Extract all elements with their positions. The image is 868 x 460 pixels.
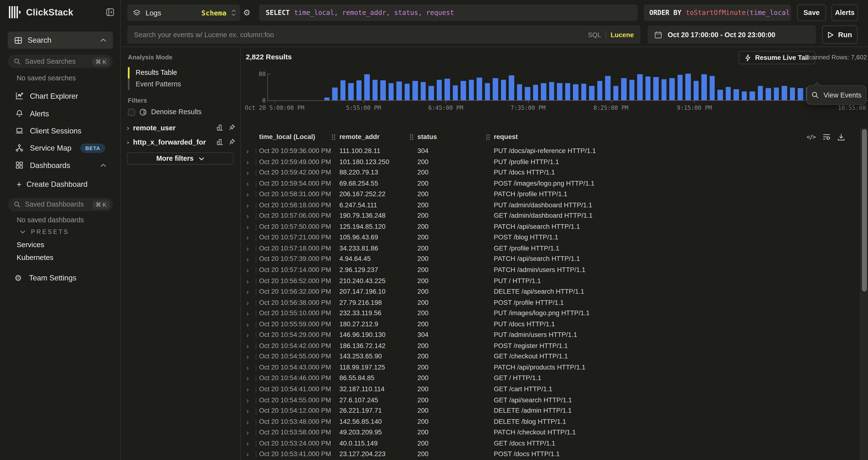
table-row[interactable]: ›Oct 20 10:57:39.000 PM4.94.64.45200PATC… [241,254,868,265]
column-header-request[interactable]: request [486,128,518,146]
denoise-results-option[interactable]: Denoise Results [128,108,201,116]
row-expand-chevron-icon[interactable]: › [246,330,249,341]
column-header-time-local[interactable]: time_local (Local) [259,128,315,146]
table-row[interactable]: ›Oct 20 10:56:38.000 PM27.79.216.198200P… [241,297,868,308]
row-expand-chevron-icon[interactable]: › [246,362,249,373]
chart-bar[interactable] [509,75,514,100]
row-expand-chevron-icon[interactable]: › [246,254,249,265]
denoise-checkbox[interactable] [128,108,135,116]
chart-bar[interactable] [340,80,345,100]
chart-bar[interactable] [677,75,683,100]
chart-bar[interactable] [525,87,530,100]
chart-bar[interactable] [734,89,739,100]
chart-bar[interactable] [421,82,426,100]
chart-bar[interactable] [348,83,353,100]
table-row[interactable]: ›Oct 20 10:56:32.000 PM207.147.196.10200… [241,286,868,297]
presets-toggle[interactable]: PRESETS [20,228,69,235]
filter-field-remote-user[interactable]: › remote_user [127,122,235,133]
orderby-clause-input[interactable]: ORDER BYtoStartOfMinute(time_local) D [644,4,791,21]
chart-bar[interactable] [485,83,490,100]
chart-bar[interactable] [412,81,417,100]
table-row[interactable]: ›Oct 20 10:53:41.000 PM23.127.204.223200… [241,449,868,460]
wrap-text-icon[interactable] [823,134,830,140]
column-header-remote-addr[interactable]: remote_addr [332,128,379,146]
table-row[interactable]: ›Oct 20 10:53:58.000 PM49.203.209.95200P… [241,427,868,438]
table-row[interactable]: ›Oct 20 10:57:14.000 PM2.96.129.237200PA… [241,265,868,276]
row-expand-chevron-icon[interactable]: › [246,395,249,406]
chart-bar[interactable] [364,74,370,100]
create-dashboard-button[interactable]: + Create Dashboard [17,179,88,189]
mode-event-patterns[interactable]: Event Patterns [136,80,181,88]
vertical-scrollbar[interactable] [860,128,868,460]
column-header-status[interactable]: status [410,128,437,146]
table-row[interactable]: ›Oct 20 10:54:43.000 PM118.99.197.125200… [241,362,868,373]
chart-bar[interactable] [653,77,658,100]
chart-bar[interactable] [565,83,570,100]
table-row[interactable]: ›Oct 20 10:59:36.000 PM111.100.28.11304P… [241,146,868,156]
table-row[interactable]: ›Oct 20 10:59:54.000 PM69.68.254.55200PO… [241,178,868,189]
table-row[interactable]: ›Oct 20 10:53:24.000 PM40.0.115.149200GE… [241,438,868,449]
field-pin-icon[interactable] [228,139,235,145]
source-selector[interactable]: Logs Schema [127,4,240,21]
row-expand-chevron-icon[interactable]: › [246,189,249,200]
chart-bar[interactable] [709,76,715,100]
row-expand-chevron-icon[interactable]: › [246,232,249,243]
row-expand-chevron-icon[interactable]: › [246,156,249,168]
chart-bar[interactable] [741,91,747,100]
chart-bar[interactable] [429,86,434,100]
chart-bar[interactable] [501,80,506,100]
sidebar-item-search[interactable]: Search [8,32,113,49]
chart-bar[interactable] [444,79,450,100]
chart-bar[interactable] [404,84,410,100]
chart-bar[interactable] [581,84,586,100]
chart-bar[interactable] [372,80,378,100]
table-row[interactable]: ›Oct 20 10:57:21.000 PM105.96.43.69200PO… [241,232,868,243]
more-filters-button[interactable]: More filters [127,152,234,165]
chart-bar[interactable] [702,74,707,100]
preset-services[interactable]: Services [17,240,44,249]
chart-bar[interactable] [477,78,482,100]
chart-bar[interactable] [468,80,474,100]
download-icon[interactable] [838,133,845,140]
table-row[interactable]: ›Oct 20 10:59:49.000 PM101.180.123.25020… [241,156,868,168]
chart-bar[interactable] [725,87,731,100]
date-range-picker[interactable]: Oct 20 17:00:00 - Oct 20 23:00:00 [648,26,816,44]
row-expand-chevron-icon[interactable]: › [246,308,249,319]
saved-searches-input[interactable]: Saved Searches ⌘ K [8,55,113,68]
chart-bar[interactable] [637,74,643,100]
row-expand-chevron-icon[interactable]: › [246,384,249,395]
chart-bar[interactable] [782,86,787,100]
row-expand-chevron-icon[interactable]: › [246,222,249,232]
chart-bar[interactable] [324,98,329,100]
row-expand-chevron-icon[interactable]: › [246,276,249,286]
table-row[interactable]: ›Oct 20 10:53:48.000 PM142.56.85.140200D… [241,416,868,427]
field-chart-icon[interactable] [217,124,224,131]
chart-bar[interactable] [621,79,626,100]
table-row[interactable]: ›Oct 20 10:56:52.000 PM210.240.43.225200… [241,276,868,286]
table-row[interactable]: ›Oct 20 10:58:31.000 PM206.167.252.22200… [241,189,868,200]
row-expand-chevron-icon[interactable]: › [246,449,249,460]
row-expand-chevron-icon[interactable]: › [246,373,249,384]
chart-bar[interactable] [517,84,522,100]
sidebar-item-alerts[interactable]: Alerts [8,107,113,121]
row-expand-chevron-icon[interactable]: › [246,341,249,352]
chart-bar[interactable] [774,87,779,100]
chart-bar[interactable] [693,81,699,100]
chart-bar[interactable] [332,88,338,100]
table-row[interactable]: ›Oct 20 10:54:46.000 PM86.55.84.85200GET… [241,373,868,384]
event-search-input[interactable]: Search your events w/ Lucene ex. column:… [127,26,641,44]
chart-bar[interactable] [789,88,795,100]
preset-kubernetes[interactable]: Kubernetes [17,253,54,261]
alerts-button[interactable]: Alerts [831,4,858,21]
chart-bar[interactable] [757,86,763,100]
chart-bar[interactable] [798,88,803,100]
sql-mode-toggle[interactable]: SQL [588,31,601,38]
team-settings-button[interactable]: ⚙ Team Settings [14,274,76,282]
chart-bar[interactable] [356,80,362,100]
select-clause-input[interactable]: SELECT time_local, remote_addr, status, … [259,4,638,21]
scrollbar-thumb[interactable] [862,129,867,291]
table-row[interactable]: ›Oct 20 10:54:12.000 PM26.221.197.71200D… [241,406,868,416]
sidebar-collapse-icon[interactable] [106,8,114,16]
sidebar-item-client-sessions[interactable]: Client Sessions [8,123,113,138]
row-expand-chevron-icon[interactable]: › [246,178,249,189]
